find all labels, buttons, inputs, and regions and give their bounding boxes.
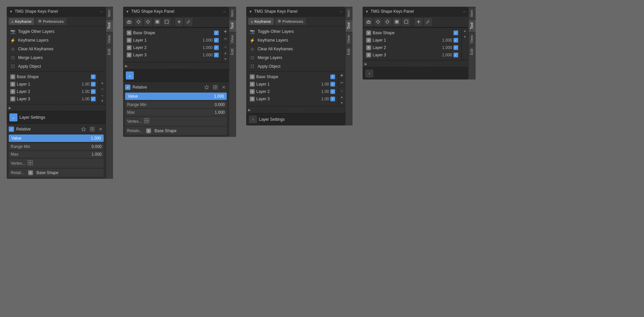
layer-row[interactable]: Layer 2 1.000: [364, 44, 460, 51]
keyframe-layers-item[interactable]: ⚡ Keyframe Layers: [7, 36, 106, 45]
scroll-chevdown-btn-3[interactable]: ⌄: [339, 87, 345, 94]
play-icon[interactable]: ▶: [9, 106, 11, 110]
scroll-minus-btn[interactable]: −: [99, 86, 105, 92]
layer-settings-header-3[interactable]: › Layer Settings: [246, 113, 345, 125]
layers-icon-btn[interactable]: [153, 18, 161, 26]
triangle-down-icon-2[interactable]: ▼: [126, 10, 129, 13]
plus-icon-btn-4[interactable]: [415, 18, 423, 26]
close-settings-btn[interactable]: ✕: [98, 126, 104, 132]
layer-row[interactable]: Layer 1 1.00: [8, 81, 98, 88]
layer-row[interactable]: Layer 1 1.00: [248, 81, 337, 88]
toggle-other-layers-item-3[interactable]: 📷 Toggle Other Layers: [246, 27, 345, 36]
scroll-chevdown-btn-2[interactable]: ⌄: [222, 43, 228, 50]
keyframe-tab-3[interactable]: ⌂ Keyframe: [248, 18, 274, 25]
layer-row[interactable]: Layer 2 1.00: [8, 88, 98, 95]
layer-settings-chevron-right-4[interactable]: ›: [365, 69, 373, 77]
base-shape-checkbox-3[interactable]: [330, 74, 335, 79]
layer-3-checkbox-4[interactable]: [453, 53, 458, 57]
value-field[interactable]: Value 1.000: [9, 135, 104, 142]
layer-settings-chevron[interactable]: ⌄: [9, 113, 17, 121]
side-tab-item-1[interactable]: Item: [106, 7, 113, 19]
side-tab-item-4[interactable]: Item: [469, 7, 476, 19]
preferences-tab-3[interactable]: ⚙ Preferences: [275, 18, 306, 25]
layer-3-checkbox[interactable]: [91, 97, 96, 101]
pin-action-icon[interactable]: [80, 126, 87, 133]
play-icon-3[interactable]: ▶: [248, 108, 251, 112]
layer-row[interactable]: Base Shape: [124, 29, 221, 37]
menu-dots-icon-2[interactable]: ···: [223, 9, 226, 14]
grid-action-icon[interactable]: [89, 126, 96, 133]
layer-3-checkbox-3[interactable]: [330, 97, 335, 101]
square-icon-btn-4[interactable]: [402, 18, 410, 26]
layer-settings-header-4[interactable]: ›: [363, 67, 468, 80]
apply-object-item[interactable]: ☐ Apply Object: [7, 62, 106, 71]
side-tab-view-4[interactable]: View: [469, 32, 476, 46]
keyframe-icon-btn[interactable]: [135, 18, 143, 26]
triangle-down-icon[interactable]: ▼: [9, 10, 13, 13]
side-tab-edit-2[interactable]: Edit: [229, 46, 236, 58]
menu-dots-icon[interactable]: ···: [100, 9, 103, 14]
clear-keyframes-item-3[interactable]: ◇ Clear All Keyframes: [246, 45, 345, 53]
menu-dots-icon-3[interactable]: ···: [339, 9, 342, 14]
layer-settings-chevron-right-3[interactable]: ›: [249, 115, 257, 123]
layer-1-checkbox-2[interactable]: [214, 38, 219, 43]
layer-row[interactable]: Layer 2 1.00: [248, 88, 337, 95]
layer-1-checkbox[interactable]: [91, 82, 96, 87]
layer-row[interactable]: Layer 2 1.000: [124, 44, 221, 51]
layer-row[interactable]: Base Shape: [364, 29, 460, 37]
layer-1-checkbox-3[interactable]: [330, 82, 335, 87]
scroll-up-btn-4[interactable]: ▲: [462, 28, 468, 34]
scroll-plus-btn-2[interactable]: +: [222, 28, 228, 35]
scroll-down-btn[interactable]: ▼: [99, 98, 105, 104]
layer-2-checkbox-4[interactable]: [453, 45, 458, 50]
side-tab-edit-1[interactable]: Edit: [106, 46, 113, 58]
relative-checkbox[interactable]: [9, 126, 14, 132]
layer-2-checkbox-3[interactable]: [330, 89, 335, 94]
wrench-icon-btn-4[interactable]: [424, 18, 432, 26]
layer-row[interactable]: Base Shape: [248, 73, 337, 81]
camera-icon-btn-4[interactable]: [365, 18, 373, 26]
side-tab-tool-2[interactable]: Tool: [229, 19, 236, 32]
layer-settings-header[interactable]: ⌄ Layer Settings: [7, 111, 106, 123]
expand-chevron-btn-2[interactable]: ⌄: [126, 71, 134, 80]
scroll-up-btn-2[interactable]: ▲: [222, 50, 228, 56]
layer-row[interactable]: Base Shape: [8, 73, 98, 81]
clear-keyframes-item[interactable]: ◇ Clear All Keyframes: [7, 45, 106, 53]
layer-2-checkbox-2[interactable]: [214, 45, 219, 50]
scroll-plus-btn-3[interactable]: +: [339, 72, 345, 79]
diamond-icon-btn[interactable]: [144, 18, 152, 26]
base-shape-checkbox-4[interactable]: [453, 31, 458, 35]
layer-row[interactable]: Layer 1 1.000: [124, 37, 221, 44]
merge-layers-item-3[interactable]: ⬡ Merge Layers: [246, 53, 345, 62]
side-tab-view-3[interactable]: View: [345, 32, 353, 46]
layer-2-checkbox[interactable]: [91, 89, 96, 94]
pin-action-icon-2[interactable]: [203, 84, 210, 91]
layer-row[interactable]: Layer 3 1.00: [248, 95, 337, 103]
scroll-up-btn[interactable]: ▲: [99, 80, 105, 86]
layer-row[interactable]: Layer 3 1.00: [8, 95, 98, 103]
scroll-down-btn-4[interactable]: ▼: [462, 34, 468, 40]
keyframe-icon-btn-4[interactable]: [374, 18, 382, 26]
play-icon-4[interactable]: ▶: [365, 62, 367, 66]
layer-1-checkbox-4[interactable]: [453, 38, 458, 43]
scroll-minus-btn-3[interactable]: −: [339, 79, 345, 87]
plus-icon-btn[interactable]: [175, 18, 183, 26]
layers-icon-btn-4[interactable]: [393, 18, 401, 26]
layer-row[interactable]: Layer 3 1.000: [124, 51, 221, 59]
square-icon-btn[interactable]: [163, 18, 171, 26]
menu-dots-icon-4[interactable]: ···: [463, 9, 466, 14]
scroll-chevron-btn[interactable]: ⌄: [99, 92, 105, 98]
relative-checkbox-2[interactable]: [125, 85, 130, 90]
keyframe-tab[interactable]: ⌂ Keyframe: [9, 18, 34, 25]
toggle-other-layers-item[interactable]: 📷 Toggle Other Layers: [7, 27, 106, 36]
side-tab-edit-4[interactable]: Edit: [469, 46, 476, 58]
side-tab-edit-3[interactable]: Edit: [345, 46, 353, 58]
layer-row[interactable]: Layer 3 1.000: [364, 51, 460, 59]
triangle-down-icon-4[interactable]: ▼: [365, 10, 369, 13]
keyframe-layers-item-3[interactable]: ⚡ Keyframe Layers: [246, 36, 345, 45]
side-tab-view-1[interactable]: View: [106, 32, 113, 46]
side-tab-view-2[interactable]: View: [229, 32, 236, 46]
base-shape-checkbox-2[interactable]: [214, 31, 219, 35]
preferences-tab[interactable]: ⚙ Preferences: [36, 18, 66, 25]
side-tab-item-3[interactable]: Item: [345, 7, 353, 19]
